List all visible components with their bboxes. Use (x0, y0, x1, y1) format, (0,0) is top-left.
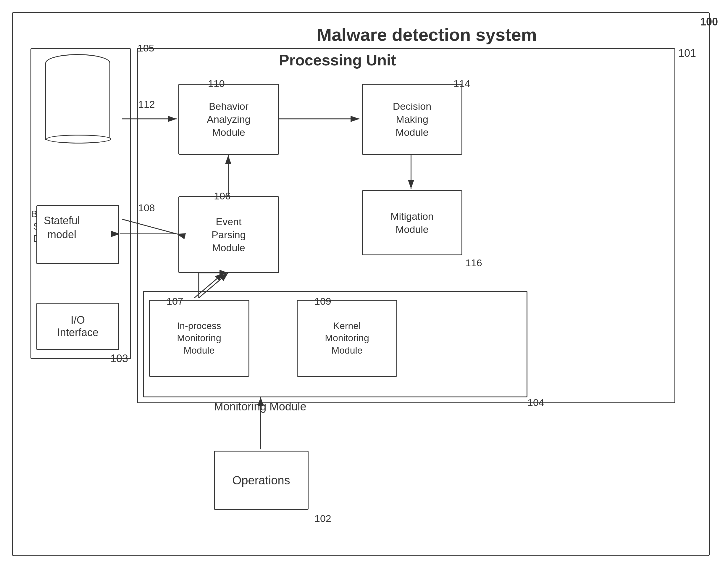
decision-making-box: DecisionMakingModule (362, 84, 462, 155)
event-parsing-box: EventParsingModule (178, 196, 279, 273)
operations-box: Operations (214, 451, 309, 510)
processing-unit-label: Processing Unit (279, 51, 396, 69)
label-109: 109 (314, 296, 331, 307)
io-interface-box: I/OInterface (36, 303, 119, 350)
label-107: 107 (167, 296, 183, 307)
behavioral-signature-db-container (36, 54, 119, 184)
label-102: 102 (314, 513, 331, 524)
label-114: 114 (453, 78, 470, 89)
label-108: 108 (138, 202, 155, 214)
event-parsing-label: EventParsingModule (212, 215, 246, 254)
label-105: 105 (138, 42, 154, 54)
stateful-model-label: Statefulmodel (44, 214, 80, 242)
main-title: Malware detection system (317, 25, 537, 45)
behavior-analyzing-box: BehaviorAnalyzingModule (178, 84, 279, 155)
mitigation-label: MitigationModule (390, 210, 434, 236)
inprocess-monitoring-box: In-processMonitoringModule (149, 300, 249, 377)
monitoring-module-label: Monitoring Module (214, 400, 306, 413)
behavior-analyzing-label: BehaviorAnalyzingModule (207, 100, 250, 139)
io-interface-label: I/OInterface (57, 314, 99, 339)
label-116: 116 (465, 257, 482, 269)
label-100: 100 (700, 16, 718, 28)
malware-detection-system: Malware detection system 100 Processing … (12, 12, 710, 556)
label-101: 101 (678, 47, 696, 59)
label-112: 112 (138, 99, 155, 110)
cylinder-body (45, 63, 110, 140)
label-104: 104 (527, 397, 544, 408)
kernel-monitoring-box: KernelMonitoringModule (297, 300, 397, 377)
label-103: 103 (110, 352, 128, 365)
label-106: 106 (214, 190, 231, 202)
cylinder (45, 54, 110, 149)
decision-making-label: DecisionMakingModule (393, 100, 431, 139)
inprocess-monitoring-label: In-processMonitoringModule (177, 320, 221, 357)
cylinder-bottom-ellipse (46, 135, 111, 144)
kernel-monitoring-label: KernelMonitoringModule (325, 320, 369, 357)
mitigation-box: MitigationModule (362, 190, 462, 255)
label-110: 110 (208, 78, 225, 89)
operations-label: Operations (232, 474, 290, 487)
